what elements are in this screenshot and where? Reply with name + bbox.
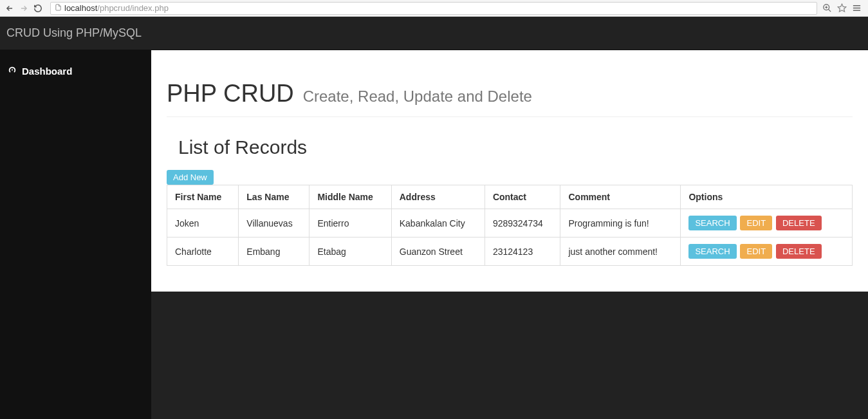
delete-button[interactable]: DELETE: [776, 216, 822, 230]
cell-comment: Programming is fun!: [560, 209, 681, 237]
edit-button[interactable]: EDIT: [740, 216, 772, 230]
back-button[interactable]: [3, 1, 17, 15]
cell-middle: Etabag: [309, 237, 391, 266]
col-comment: Comment: [560, 185, 681, 209]
sidebar: Dashboard: [0, 50, 151, 419]
cell-address: Kabankalan City: [391, 209, 485, 237]
list-header: List of Records: [167, 136, 853, 158]
edit-button[interactable]: EDIT: [740, 244, 772, 259]
svg-marker-1: [838, 4, 846, 12]
url-text: localhost/phpcrud/index.php: [64, 3, 169, 13]
page-title: PHP CRUD: [167, 80, 294, 107]
brand-title: CRUD Using PHP/MySQL: [6, 26, 142, 40]
page-header: PHP CRUD Create, Read, Update and Delete: [167, 63, 853, 117]
sidebar-item-label: Dashboard: [22, 66, 72, 77]
search-button[interactable]: SEARCH: [688, 244, 736, 259]
cell-contact: 9289324734: [485, 209, 560, 237]
bookmark-star-icon[interactable]: [837, 3, 847, 13]
search-button[interactable]: SEARCH: [688, 216, 736, 230]
reload-button[interactable]: [31, 1, 45, 15]
address-bar[interactable]: localhost/phpcrud/index.php: [50, 2, 817, 15]
table-header-row: First Name Las Name Middle Name Address …: [167, 185, 853, 209]
cell-address: Guanzon Street: [391, 237, 485, 266]
col-first-name: First Name: [167, 185, 239, 209]
col-address: Address: [391, 185, 485, 209]
add-new-button[interactable]: Add New: [167, 170, 214, 185]
forward-button[interactable]: [17, 1, 31, 15]
col-last-name: Las Name: [239, 185, 309, 209]
cell-last: Embang: [239, 237, 309, 266]
records-table: First Name Las Name Middle Name Address …: [167, 185, 853, 266]
browser-toolbar: localhost/phpcrud/index.php: [0, 0, 868, 17]
cell-last: Villanuevas: [239, 209, 309, 237]
col-middle-name: Middle Name: [309, 185, 391, 209]
delete-button[interactable]: DELETE: [776, 244, 822, 259]
sidebar-item-dashboard[interactable]: Dashboard: [0, 61, 151, 82]
dashboard-icon: [8, 66, 17, 77]
cell-options: SEARCH EDIT DELETE: [681, 209, 853, 237]
cell-middle: Entierro: [309, 209, 391, 237]
page-subtitle: Create, Read, Update and Delete: [303, 88, 532, 105]
table-row: Joken Villanuevas Entierro Kabankalan Ci…: [167, 209, 853, 237]
zoom-icon[interactable]: [822, 3, 832, 13]
table-row: Charlotte Embang Etabag Guanzon Street 2…: [167, 237, 853, 266]
menu-icon[interactable]: [852, 3, 862, 13]
cell-contact: 23124123: [485, 237, 560, 266]
top-navbar: CRUD Using PHP/MySQL: [0, 17, 868, 50]
cell-options: SEARCH EDIT DELETE: [681, 237, 853, 266]
cell-comment: just another comment!: [560, 237, 681, 266]
file-icon: [55, 3, 62, 14]
cell-first: Charlotte: [167, 237, 239, 266]
cell-first: Joken: [167, 209, 239, 237]
col-contact: Contact: [485, 185, 560, 209]
main-content: PHP CRUD Create, Read, Update and Delete…: [151, 50, 868, 292]
col-options: Options: [681, 185, 853, 209]
